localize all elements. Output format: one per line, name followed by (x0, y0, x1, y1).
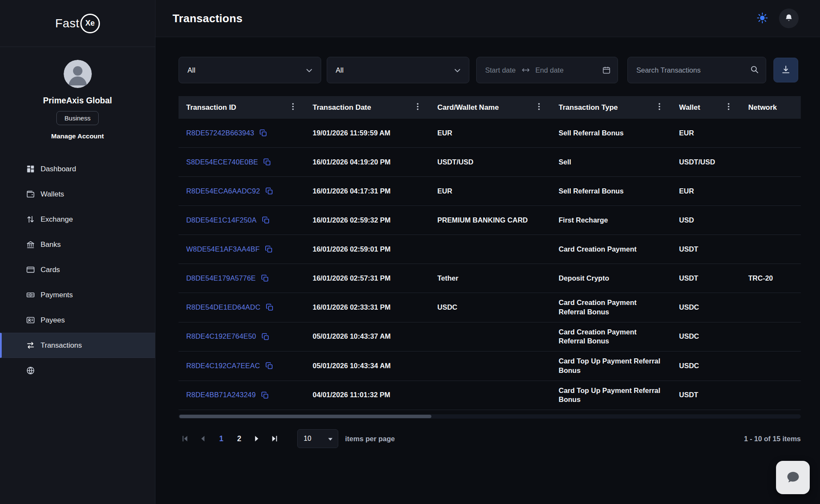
cell-wallet: USD (671, 211, 741, 230)
table-row: S8DE54ECE740E0BE 16/01/2026 04:19:20 PM … (179, 148, 801, 177)
column-menu-icon[interactable] (417, 103, 419, 112)
chat-launcher-button[interactable] (776, 461, 810, 494)
column-menu-icon[interactable] (728, 103, 729, 112)
column-header-card-wallet-name[interactable]: Card/Wallet Name (430, 96, 551, 119)
transaction-id-link[interactable]: R8DE54ECA6AADC92 (186, 187, 260, 196)
page-number-1[interactable]: 1 (214, 432, 228, 445)
copy-icon[interactable] (261, 274, 269, 282)
cell-transaction-type: Card Creation Payment Referral Bonus (551, 293, 671, 322)
column-header-transaction-id[interactable]: Transaction ID (179, 96, 305, 119)
transaction-id-link[interactable]: D8DE54E1C14F250A (186, 216, 257, 225)
sidebar-item-exchange[interactable]: Exchange (0, 207, 155, 232)
globe-icon (26, 366, 35, 375)
copy-icon[interactable] (261, 391, 269, 399)
transaction-status-filter[interactable]: All (327, 57, 469, 83)
copy-icon[interactable] (265, 362, 273, 370)
column-menu-icon[interactable] (538, 103, 540, 112)
start-date-placeholder[interactable]: Start date (485, 66, 516, 74)
column-header-wallet[interactable]: Wallet (671, 96, 741, 119)
cell-network (741, 215, 801, 226)
calendar-icon[interactable] (602, 66, 611, 74)
dashboard-icon (26, 164, 35, 174)
sidebar-item-cards[interactable]: Cards (0, 257, 155, 282)
horizontal-scrollbar[interactable] (179, 414, 801, 419)
items-per-page-select[interactable]: 10 (297, 429, 338, 448)
transaction-id-link[interactable]: R8DE4C192E764E50 (186, 332, 256, 341)
bank-icon (26, 240, 35, 249)
cell-wallet: USDT/USD (671, 152, 741, 172)
copy-icon[interactable] (262, 216, 270, 224)
table-row: D8DE54E179A5776E 16/01/2026 02:57:31 PM … (179, 264, 801, 293)
sidebar-item-wallets[interactable]: Wallets (0, 182, 155, 207)
end-date-placeholder[interactable]: End date (536, 66, 564, 74)
filter-bar: All All Start date End date (179, 57, 801, 83)
transaction-id-link[interactable]: D8DE54E179A5776E (186, 274, 256, 283)
page-number-2[interactable]: 2 (232, 432, 246, 445)
cell-transaction-type: First Recharge (551, 211, 671, 230)
cell-network (741, 244, 801, 255)
transactions-table: Transaction ID Transaction Date Card/Wal… (179, 96, 801, 410)
payees-icon (26, 316, 35, 325)
copy-icon[interactable] (259, 129, 267, 137)
sidebar-item-payees[interactable]: Payees (0, 308, 155, 333)
page-title: Transactions (173, 12, 243, 25)
column-menu-icon[interactable] (659, 103, 660, 112)
cell-card-wallet-name: PREMIUM BANKING CARD (430, 211, 551, 230)
copy-icon[interactable] (265, 187, 273, 195)
sidebar-item-banks[interactable]: Banks (0, 232, 155, 257)
cell-wallet: EUR (671, 182, 741, 201)
chevron-down-icon (454, 66, 460, 74)
export-download-button[interactable] (773, 58, 798, 82)
sidebar-item-transactions[interactable]: Transactions (0, 333, 155, 358)
brand-logo-text: Fast (55, 17, 79, 30)
sun-icon (757, 12, 768, 25)
cell-transaction-type: Card Creation Payment Referral Bonus (551, 322, 671, 352)
cell-network (741, 302, 801, 313)
search-icon[interactable] (750, 65, 759, 76)
transaction-type-filter[interactable]: All (179, 57, 321, 83)
transaction-id-link[interactable]: W8DE54E1AF3AA4BF (186, 245, 260, 254)
transaction-id-link[interactable]: R8DE54DE1ED64ADC (186, 303, 261, 312)
date-range-picker[interactable]: Start date End date (476, 57, 618, 83)
person-icon (64, 60, 92, 88)
manage-account-link[interactable]: Manage Account (51, 132, 104, 140)
transactions-icon (26, 341, 35, 350)
copy-icon[interactable] (263, 158, 271, 166)
table-row: R8DE4C192E764E50 05/01/2026 10:43:37 AM … (179, 322, 801, 352)
previous-page-button[interactable] (196, 432, 209, 445)
next-page-button[interactable] (250, 432, 263, 445)
column-menu-icon[interactable] (292, 103, 294, 112)
first-page-button[interactable] (179, 432, 191, 445)
cell-card-wallet-name: Tether (430, 269, 551, 288)
cell-transaction-date: 16/01/2026 04:19:20 PM (305, 152, 430, 172)
cell-card-wallet-name: EUR (430, 182, 551, 201)
table-row: W8DE54E1AF3AA4BF 16/01/2026 02:59:01 PM … (179, 235, 801, 264)
column-header-transaction-date[interactable]: Transaction Date (305, 96, 430, 119)
brand-logo: Fast Xe (0, 0, 155, 47)
sidebar-item-label: Exchange (41, 215, 73, 224)
copy-icon[interactable] (266, 303, 274, 311)
sidebar-item-payments[interactable]: Payments (0, 282, 155, 308)
sidebar-item-label: Transactions (41, 341, 82, 350)
cell-network (741, 186, 801, 196)
search-input[interactable] (636, 66, 750, 74)
horizontal-scrollbar-thumb[interactable] (179, 415, 431, 418)
cell-card-wallet-name (430, 361, 551, 371)
sidebar-item-partial[interactable] (0, 358, 155, 378)
notifications-button[interactable] (779, 9, 799, 28)
sidebar-item-dashboard[interactable]: Dashboard (0, 156, 155, 182)
theme-toggle-button[interactable] (753, 9, 772, 28)
column-header-network[interactable]: Network (741, 96, 801, 119)
cell-transaction-type: Sell Referral Bonus (551, 123, 671, 143)
payments-icon (26, 290, 35, 300)
transaction-id-link[interactable]: R8DE4C192CA7EEAC (186, 361, 260, 371)
transaction-id-link[interactable]: R8DE4BB71A243249 (186, 390, 256, 400)
last-page-button[interactable] (268, 432, 281, 445)
transaction-id-link[interactable]: R8DE57242B663943 (186, 129, 254, 138)
copy-icon[interactable] (265, 245, 273, 253)
copy-icon[interactable] (261, 333, 269, 341)
transactions-content: All All Start date End date (155, 37, 820, 504)
transaction-id-link[interactable]: S8DE54ECE740E0BE (186, 158, 258, 167)
column-header-transaction-type[interactable]: Transaction Type (551, 96, 671, 119)
chevron-down-icon (306, 66, 312, 74)
